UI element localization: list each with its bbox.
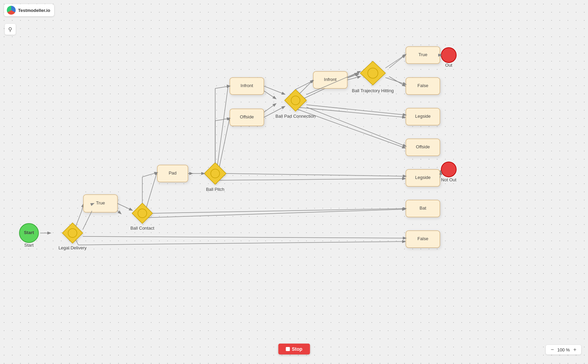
svg-line-8 (78, 242, 405, 245)
svg-line-13 (217, 179, 405, 180)
svg-line-6 (145, 209, 405, 218)
svg-line-37 (296, 81, 313, 89)
offside-right-label: Offside (416, 144, 430, 149)
ball-contact-label: Ball Contact (130, 226, 154, 231)
svg-line-47 (153, 209, 406, 213)
logo-badge: Testmodeller.io (4, 4, 54, 16)
svg-line-48 (83, 236, 406, 238)
logo-icon (7, 6, 16, 15)
offside-left-label: Offside (240, 114, 254, 119)
out-circle (441, 48, 456, 63)
false-bottom-label: False (417, 236, 428, 241)
pin-button[interactable]: ⚲ (5, 24, 16, 35)
bat-label: Bat (419, 205, 426, 211)
diagram-canvas: Start Start Legal Delivery True Ball Con… (0, 0, 588, 340)
svg-line-21 (389, 55, 405, 68)
legside-top-label: Legside (415, 114, 431, 119)
svg-line-42 (385, 78, 406, 84)
infront-left-label: Infront (241, 83, 253, 88)
logo-text: Testmodeller.io (18, 8, 50, 13)
svg-line-27 (117, 203, 132, 210)
out-label: Out (445, 63, 452, 68)
ball-trajectory-inner (368, 68, 378, 78)
not-out-circle (441, 162, 456, 177)
legal-delivery-inner (68, 229, 77, 237)
zoom-level: 100 % (557, 347, 570, 352)
true-node-left-label: True (96, 200, 105, 205)
svg-line-10 (217, 86, 228, 167)
ball-contact-inner (138, 209, 147, 218)
start-label: Start (24, 230, 34, 235)
zoom-controls: − 100 % + (546, 345, 581, 354)
true-right-label: True (418, 52, 427, 57)
start-text-label: Start (24, 243, 34, 248)
ball-pitch-inner (211, 169, 220, 178)
ball-trajectory-label: Ball Trajectory Hitting (352, 88, 394, 93)
svg-line-25 (83, 211, 92, 230)
infront-right-label: Infront (324, 77, 337, 82)
stop-button[interactable]: Stop (278, 344, 310, 354)
ball-pad-label: Ball Pad Connection (275, 114, 316, 119)
stop-label: Stop (292, 346, 302, 352)
ball-pad-inner (291, 96, 300, 105)
zoom-minus-button[interactable]: − (549, 347, 555, 353)
stop-icon (286, 347, 290, 351)
svg-line-43 (306, 105, 406, 115)
ball-pitch-label: Ball Pitch (206, 187, 224, 192)
svg-line-34 (215, 118, 230, 121)
pad-label: Pad (169, 170, 176, 176)
svg-line-40 (385, 54, 406, 68)
zoom-plus-button[interactable]: + (572, 347, 578, 353)
svg-line-45 (226, 173, 406, 176)
svg-line-29 (142, 172, 157, 177)
not-out-label: Not Out (441, 177, 457, 182)
legal-delivery-label: Legal Delivery (59, 245, 87, 250)
false-top-label: False (417, 83, 428, 88)
legside-bottom-label: Legside (415, 175, 431, 180)
